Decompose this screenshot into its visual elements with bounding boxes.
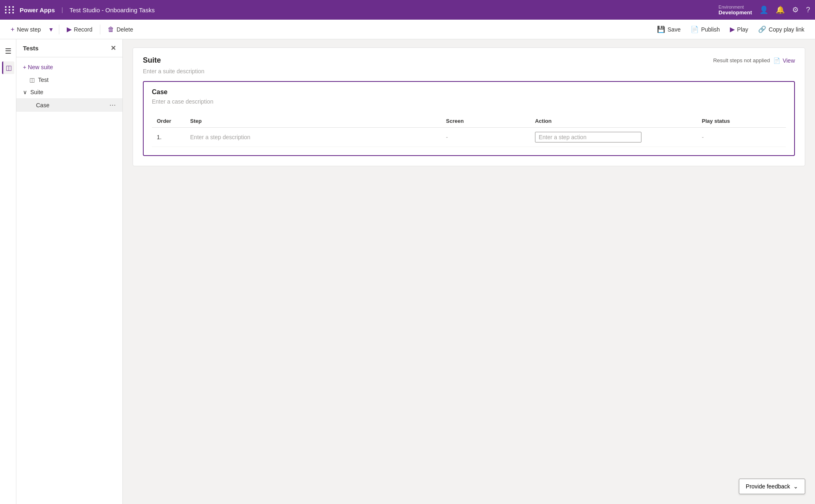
new-suite-button[interactable]: + New suite bbox=[16, 61, 122, 74]
app-name: Power Apps bbox=[20, 7, 55, 14]
step-screen-value: - bbox=[446, 134, 448, 140]
sidebar-item-case[interactable]: Case ⋯ bbox=[16, 98, 122, 112]
table-row: 1. Enter a step description - bbox=[152, 128, 786, 147]
step-description-placeholder: Enter a step description bbox=[190, 134, 251, 140]
case-title: Case bbox=[152, 88, 786, 96]
case-more-icon[interactable]: ⋯ bbox=[109, 101, 116, 109]
tests-panel-header: Tests ✕ bbox=[16, 39, 122, 57]
sidebar-item-suite[interactable]: ∨ Suite bbox=[16, 86, 122, 98]
publish-button[interactable]: 📄 Publish bbox=[686, 23, 724, 36]
suite-description-input[interactable] bbox=[143, 68, 795, 75]
record-icon: ▶ bbox=[67, 25, 72, 33]
bell-icon[interactable]: 🔔 bbox=[776, 5, 785, 14]
table-header-row: Order Step Screen Action Play status bbox=[152, 115, 786, 128]
waffle-icon[interactable] bbox=[5, 6, 15, 14]
sidebar-item-case-label: Case bbox=[36, 102, 50, 108]
play-icon: ▶ bbox=[730, 25, 735, 33]
case-card: Case Order Step Screen Action Play statu… bbox=[143, 81, 795, 156]
gear-icon[interactable]: ⚙ bbox=[792, 5, 799, 14]
new-step-button[interactable]: + New step bbox=[7, 23, 45, 36]
publish-icon: 📄 bbox=[691, 25, 699, 33]
sidebar-item-test-label: Test bbox=[38, 77, 49, 83]
feedback-label: Provide feedback bbox=[746, 483, 790, 490]
case-description-input[interactable] bbox=[152, 98, 786, 105]
delete-button[interactable]: 🗑 Delete bbox=[104, 23, 137, 36]
link-icon: 🔗 bbox=[758, 25, 766, 33]
separator: | bbox=[61, 7, 63, 13]
feedback-chevron-icon: ⌄ bbox=[793, 483, 798, 490]
suite-actions: Result steps not applied 📄 View bbox=[713, 57, 795, 64]
divider-2 bbox=[100, 25, 100, 34]
environment-label: Environment bbox=[718, 5, 744, 9]
close-panel-button[interactable]: ✕ bbox=[111, 44, 116, 52]
col-order: Order bbox=[152, 115, 185, 128]
step-play-status: - bbox=[697, 128, 786, 147]
topbar: Power Apps | Test Studio - Onboarding Ta… bbox=[0, 0, 815, 20]
step-order: 1. bbox=[152, 128, 185, 147]
toolbar: + New step ▼ ▶ Record 🗑 Delete 💾 Save 📄 … bbox=[0, 20, 815, 39]
hamburger-icon[interactable]: ☰ bbox=[2, 44, 14, 58]
help-icon[interactable]: ? bbox=[806, 6, 810, 14]
test-nav-icon[interactable]: ◫ bbox=[2, 61, 14, 74]
divider-1 bbox=[59, 25, 59, 34]
step-action-cell bbox=[530, 128, 697, 147]
test-item-icon: ◫ bbox=[29, 77, 35, 83]
tests-panel-title: Tests bbox=[23, 45, 38, 52]
suite-title-row: Suite Result steps not applied 📄 View bbox=[143, 56, 795, 65]
sidebar-toggle-panel: ☰ ◫ bbox=[0, 39, 16, 504]
view-button[interactable]: 📄 View bbox=[773, 57, 795, 64]
play-button[interactable]: ▶ Play bbox=[726, 23, 752, 36]
col-screen: Screen bbox=[441, 115, 530, 128]
suite-card: Suite Result steps not applied 📄 View Ca… bbox=[133, 47, 805, 166]
step-play-status-value: - bbox=[702, 134, 704, 140]
environment-value: Development bbox=[718, 9, 752, 16]
col-step: Step bbox=[185, 115, 441, 128]
sidebar-item-test[interactable]: ◫ Test bbox=[16, 74, 122, 86]
main-layout: ☰ ◫ Tests ✕ + New suite ◫ Test ∨ Suite C… bbox=[0, 39, 815, 504]
view-icon: 📄 bbox=[773, 57, 780, 64]
step-action-input[interactable] bbox=[535, 132, 641, 142]
tests-panel: Tests ✕ + New suite ◫ Test ∨ Suite Case … bbox=[16, 39, 123, 504]
new-suite-label: + New suite bbox=[23, 64, 53, 70]
result-status-text: Result steps not applied bbox=[713, 57, 770, 63]
col-play-status: Play status bbox=[697, 115, 786, 128]
save-button[interactable]: 💾 Save bbox=[653, 23, 685, 36]
provide-feedback-button[interactable]: Provide feedback ⌄ bbox=[739, 479, 805, 494]
topbar-right: Environment Development 👤 🔔 ⚙ ? bbox=[718, 5, 810, 16]
sidebar-item-suite-label: Suite bbox=[30, 89, 43, 95]
page-title: Test Studio - Onboarding Tasks bbox=[70, 7, 155, 14]
delete-icon: 🗑 bbox=[108, 26, 114, 33]
suite-title: Suite bbox=[143, 56, 161, 65]
save-icon: 💾 bbox=[657, 25, 665, 33]
step-description: Enter a step description bbox=[185, 128, 441, 147]
col-action: Action bbox=[530, 115, 697, 128]
steps-table: Order Step Screen Action Play status 1. … bbox=[152, 115, 786, 147]
suite-collapse-icon: ∨ bbox=[23, 89, 27, 95]
content-area: Suite Result steps not applied 📄 View Ca… bbox=[123, 39, 815, 504]
new-step-dropdown-button[interactable]: ▼ bbox=[47, 24, 56, 35]
step-screen: - bbox=[441, 128, 530, 147]
toolbar-right: 💾 Save 📄 Publish ▶ Play 🔗 Copy play link bbox=[653, 23, 808, 36]
record-button[interactable]: ▶ Record bbox=[63, 23, 97, 36]
plus-icon: + bbox=[11, 26, 14, 33]
copy-play-link-button[interactable]: 🔗 Copy play link bbox=[754, 23, 808, 36]
tests-tree: + New suite ◫ Test ∨ Suite Case ⋯ bbox=[16, 57, 122, 115]
environment-info: Environment Development bbox=[718, 5, 752, 16]
user-icon[interactable]: 👤 bbox=[759, 5, 768, 14]
